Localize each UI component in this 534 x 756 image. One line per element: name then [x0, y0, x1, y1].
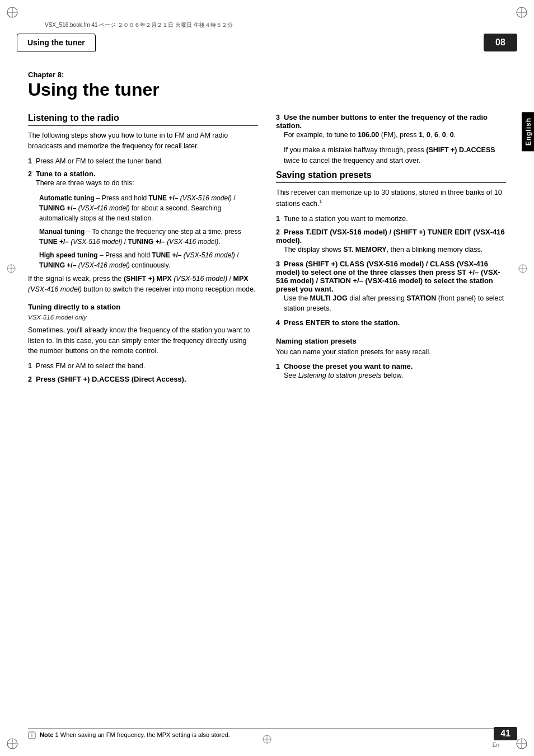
section-saving-heading: Saving station presets — [276, 170, 506, 183]
right-step3: 3 Use the number buttons to enter the fr… — [276, 113, 506, 166]
header-chapter-number: 08 — [484, 34, 517, 51]
tuning-direct-intro: Sometimes, you'll already know the frequ… — [28, 325, 258, 356]
saving-step3: 3 Press (SHIFT +) CLASS (VSX-516 model) … — [276, 260, 506, 314]
step-2: 2 Tune to a station. There are three way… — [28, 170, 258, 270]
tuning-high-item: High speed tuning – Press and hold TUNE … — [39, 250, 258, 270]
step1-text: Press AM or FM to select the tuner band. — [36, 157, 163, 165]
naming-step1: 1 Choose the preset you want to name. Se… — [276, 362, 506, 381]
note-icon: i — [28, 731, 36, 739]
saving-step2-text: Press T.EDIT (VSX-516 model) / (SHIFT +)… — [276, 228, 505, 245]
left-side-mark — [6, 263, 17, 274]
weak-signal-text: If the signal is weak, press the (SHIFT … — [28, 274, 258, 295]
listening-intro: The following steps show you how to tune… — [28, 130, 258, 152]
note-text: 1 When saving an FM frequency, the MPX s… — [55, 731, 230, 738]
direct-step2-text: Press (SHIFT +) D.ACCESS (Direct Access)… — [36, 375, 186, 383]
section-listening-heading: Listening to the radio — [28, 113, 258, 126]
corner-mark-tl — [6, 6, 19, 19]
right-side-mark — [517, 263, 528, 274]
section-tuning-direct-heading: Tuning directly to a station — [28, 303, 258, 311]
english-tab: English — [522, 112, 534, 151]
saving-step4: 4 Press ENTER to store the station. — [276, 318, 506, 327]
chapter-label: Chapter 8: — [28, 71, 506, 79]
tuning-manual-item: Manual tuning – To change the frequency … — [39, 227, 258, 247]
tuning-manual-label: Manual tuning — [39, 228, 85, 236]
step2-intro: There are three ways to do this: — [36, 178, 258, 189]
tuning-high-label: High speed tuning — [39, 251, 98, 259]
saving-step2: 2 Press T.EDIT (VSX-516 model) / (SHIFT … — [276, 228, 506, 255]
saving-step3-text: Press (SHIFT +) CLASS (VSX-516 model) / … — [276, 260, 500, 293]
main-content: Chapter 8: Using the tuner Listening to … — [28, 54, 506, 722]
step2-label: Tune to a station. — [36, 170, 96, 178]
saving-step2-detail: The display shows ST. MEMORY, then a bli… — [284, 245, 506, 255]
right-step3-text: For example, to tune to 106.00 (FM), pre… — [284, 130, 506, 140]
corner-mark-tr — [515, 6, 528, 19]
tuning-direct-note: VSX-516 model only — [28, 313, 258, 322]
right-step3-text2: If you make a mistake halfway through, p… — [284, 145, 506, 166]
step-1: 1 Press AM or FM to select the tuner ban… — [28, 156, 258, 167]
svg-text:i: i — [31, 732, 32, 738]
right-step3-label: Use the number buttons to enter the freq… — [276, 113, 488, 130]
header-bar: Using the tuner 08 — [17, 34, 517, 51]
saving-intro: This receiver can memorize up to 30 stat… — [276, 187, 506, 209]
naming-intro: You can name your station presets for ea… — [276, 347, 506, 358]
note-box: i Note 1 When saving an FM frequency, th… — [28, 728, 506, 739]
left-column: Listening to the radio The following ste… — [28, 113, 258, 387]
direct-step2: 2 Press (SHIFT +) D.ACCESS (Direct Acces… — [28, 375, 258, 383]
naming-step1-text: Choose the preset you want to name. — [284, 362, 413, 370]
note-label: Note — [40, 731, 53, 738]
chapter-title: Using the tuner — [28, 80, 506, 100]
saving-step1: 1 Tune to a station you want to memorize… — [276, 214, 506, 224]
section-naming-heading: Naming station presets — [276, 337, 506, 345]
naming-step1-detail: See Listening to station presets below. — [284, 370, 506, 381]
corner-mark-bl — [6, 737, 19, 750]
saving-step3-detail: Use the MULTI JOG dial after pressing ST… — [284, 293, 506, 314]
page-en-label: En — [493, 742, 499, 748]
saving-step4-text: Press ENTER to store the station. — [284, 318, 400, 327]
direct-step1: 1 Press FM or AM to select the band. — [28, 361, 258, 372]
direct-step1-text: Press FM or AM to select the band. — [36, 362, 145, 370]
header-title: Using the tuner — [17, 34, 96, 51]
saving-step1-text: Tune to a station you want to memorize. — [284, 215, 408, 223]
two-column-layout: Listening to the radio The following ste… — [28, 113, 506, 387]
page-number: 41 — [494, 727, 517, 740]
right-column: 3 Use the number buttons to enter the fr… — [276, 113, 506, 387]
file-info: VSX_516.book.fm 41 ページ ２００６年２月２１日 火曜日 午後… — [45, 21, 233, 29]
tuning-auto-item: Automatic tuning – Press and hold TUNE +… — [39, 193, 258, 223]
tuning-auto-label: Automatic tuning — [39, 194, 95, 202]
